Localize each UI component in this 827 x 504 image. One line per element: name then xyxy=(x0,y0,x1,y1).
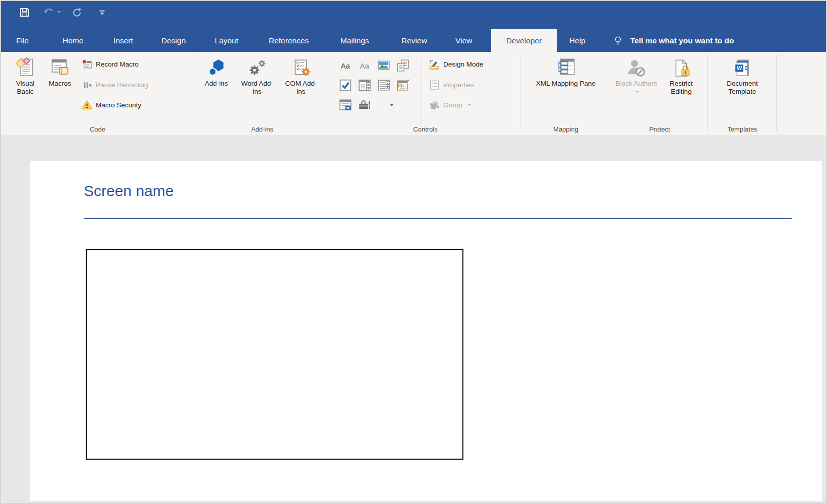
group-label-controls: Controls xyxy=(330,125,520,133)
word-addins-icon xyxy=(248,54,267,78)
group-label: Group xyxy=(443,101,462,109)
picture-control-button[interactable] xyxy=(376,58,391,73)
picture-control-icon xyxy=(377,59,390,72)
controls-inner-divider xyxy=(422,57,422,128)
save-icon xyxy=(19,7,30,18)
undo-icon xyxy=(43,7,55,17)
block-authors-caret-icon xyxy=(636,91,639,93)
com-addins-button[interactable]: COM Add-ins xyxy=(281,54,321,96)
legacy-tools-caret-icon[interactable] xyxy=(390,104,393,106)
date-picker-control-button[interactable] xyxy=(395,78,410,93)
restrict-editing-icon xyxy=(672,54,691,78)
heading-underline xyxy=(84,218,792,219)
properties-button: Properties xyxy=(429,78,475,91)
macro-security-button[interactable]: Macro Security xyxy=(82,98,141,111)
word-addins-label: Word Add-ins xyxy=(238,80,277,96)
macro-security-label: Macro Security xyxy=(96,101,141,109)
legacy-tools-button[interactable] xyxy=(357,97,372,112)
properties-icon xyxy=(429,80,440,90)
visual-basic-icon xyxy=(15,54,35,78)
tell-me-label: Tell me what you want to do xyxy=(630,36,734,45)
macros-icon xyxy=(50,54,70,78)
design-mode-label: Design Mode xyxy=(443,60,484,68)
dropdown-list-control-icon xyxy=(377,79,390,92)
document-rectangle[interactable] xyxy=(86,249,463,460)
building-block-control-icon xyxy=(396,59,409,72)
tab-help[interactable]: Help xyxy=(569,29,585,52)
addins-icon xyxy=(207,54,226,78)
lightbulb-icon xyxy=(613,35,623,46)
plain-text-control-button[interactable]: Aa xyxy=(357,58,372,73)
addins-button[interactable]: Add-ins xyxy=(201,54,232,88)
pause-recording-label: Pause Recording xyxy=(96,81,148,89)
tab-references[interactable]: References xyxy=(269,29,309,52)
visual-basic-label: Visual Basic xyxy=(9,80,41,96)
plain-text-control-icon: Aa xyxy=(360,61,369,70)
rich-text-control-button[interactable]: Aa xyxy=(338,58,353,73)
record-macro-button[interactable]: Record Macro xyxy=(82,57,139,71)
macro-security-icon xyxy=(82,100,92,110)
document-template-label: Document Template xyxy=(720,80,765,96)
document-template-button[interactable]: W Document Template xyxy=(720,54,765,96)
qat-customize-button[interactable] xyxy=(99,10,105,16)
design-mode-button[interactable]: Design Mode xyxy=(429,57,484,71)
block-authors-button: Block Authors xyxy=(615,54,658,96)
ribbon-group-code: Visual Basic Macros xyxy=(1,52,194,136)
group-label-addins: Add-ins xyxy=(194,125,330,133)
tell-me-box[interactable]: Tell me what you want to do xyxy=(613,29,734,52)
word-addins-button[interactable]: Word Add-ins xyxy=(238,54,277,96)
block-authors-label: Block Authors xyxy=(616,80,658,87)
block-authors-icon xyxy=(627,54,646,78)
tab-layout[interactable]: Layout xyxy=(215,29,239,52)
xml-mapping-pane-button[interactable]: XML Mapping Pane xyxy=(536,54,596,88)
dropdown-list-control-button[interactable] xyxy=(376,78,391,93)
record-macro-label: Record Macro xyxy=(96,60,139,68)
save-button[interactable] xyxy=(19,7,30,18)
ribbon-group-controls: Aa Aa xyxy=(330,52,520,136)
com-addins-label: COM Add-ins xyxy=(281,80,321,96)
svg-text:W: W xyxy=(737,65,742,71)
visual-basic-button[interactable]: Visual Basic xyxy=(9,54,41,96)
tab-home[interactable]: Home xyxy=(63,29,83,52)
undo-button[interactable] xyxy=(43,7,61,17)
word-window: File Home Insert Design Layout Reference… xyxy=(0,0,827,504)
tab-mailings[interactable]: Mailings xyxy=(340,29,369,52)
macros-button[interactable]: Macros xyxy=(45,54,75,88)
combo-box-control-icon xyxy=(358,79,371,92)
pause-recording-button: Pause Recording xyxy=(82,78,148,91)
tab-insert[interactable]: Insert xyxy=(113,29,133,52)
repeating-section-control-icon xyxy=(339,98,352,111)
addins-label: Add-ins xyxy=(205,80,228,88)
qat-customize-icon xyxy=(99,10,105,16)
ribbon-group-mapping: XML Mapping Pane Mapping xyxy=(520,52,611,136)
tab-design[interactable]: Design xyxy=(161,29,186,52)
legacy-tools-icon xyxy=(358,98,371,111)
repeat-button[interactable] xyxy=(72,7,82,18)
document-template-icon: W xyxy=(733,54,752,78)
document-area: Screen name xyxy=(1,136,826,503)
group-button: Group xyxy=(429,98,471,111)
tab-view[interactable]: View xyxy=(455,29,472,52)
group-label-protect: Protect xyxy=(611,125,708,133)
document-page[interactable]: Screen name xyxy=(30,161,822,501)
checkbox-control-icon xyxy=(339,79,352,92)
properties-label: Properties xyxy=(443,81,475,89)
repeating-section-control-button[interactable] xyxy=(338,97,353,112)
ribbon: Visual Basic Macros xyxy=(1,52,826,136)
ribbon-group-protect: Block Authors Restrict Editing Prote xyxy=(611,52,708,136)
ribbon-group-templates: W Document Template Templates xyxy=(708,52,777,136)
ribbon-group-addins: Add-ins xyxy=(194,52,330,136)
building-block-gallery-control-button[interactable] xyxy=(395,58,410,73)
group-caret-icon xyxy=(468,104,471,106)
tab-review[interactable]: Review xyxy=(401,29,427,52)
group-label-mapping: Mapping xyxy=(520,125,611,133)
combo-box-control-button[interactable] xyxy=(357,78,372,93)
tab-file[interactable]: File xyxy=(16,29,29,52)
record-macro-icon xyxy=(82,59,92,70)
group-label-code: Code xyxy=(1,125,194,133)
checkbox-control-button[interactable] xyxy=(338,78,353,93)
restrict-editing-button[interactable]: Restrict Editing xyxy=(660,54,703,96)
undo-dropdown-caret-icon[interactable] xyxy=(57,11,61,13)
rich-text-control-icon: Aa xyxy=(341,61,350,70)
tab-developer[interactable]: Developer xyxy=(491,29,557,52)
